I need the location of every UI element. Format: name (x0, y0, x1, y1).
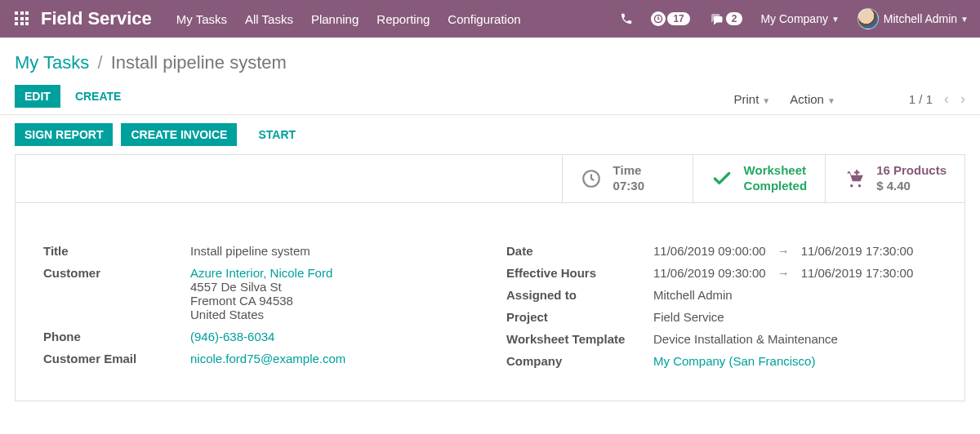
action-label: Action (790, 92, 824, 106)
label-customer: Customer (43, 266, 190, 280)
label-project: Project (506, 310, 653, 324)
phone-icon (620, 12, 633, 25)
status-action-bar: SIGN REPORT CREATE INVOICE START (0, 114, 980, 154)
start-button[interactable]: START (255, 123, 299, 146)
clock-icon (581, 168, 602, 189)
pager-next[interactable]: › (960, 91, 965, 108)
customer-address-line3: United States (190, 308, 474, 321)
company-name: My Company (760, 12, 827, 25)
toolbar-dropdowns: Print▼ Action▼ (733, 92, 835, 106)
breadcrumb-root[interactable]: My Tasks (15, 52, 89, 73)
customer-address-line1: 4557 De Silva St (190, 280, 474, 294)
menu-all-tasks[interactable]: All Tasks (245, 12, 293, 26)
phone-button[interactable] (620, 12, 633, 25)
apps-launcher[interactable] (11, 8, 33, 29)
user-name: Mitchell Admin (884, 12, 957, 25)
label-assigned: Assigned to (506, 288, 653, 302)
print-label: Print (733, 92, 759, 106)
label-title: Title (43, 244, 190, 258)
chevron-down-icon: ▼ (762, 96, 770, 105)
chat-icon (708, 11, 724, 26)
stat-products-line1: 16 Products (876, 163, 947, 179)
create-invoice-button[interactable]: CREATE INVOICE (121, 123, 237, 146)
label-date: Date (506, 244, 653, 258)
chevron-down-icon: ▼ (831, 15, 840, 24)
breadcrumb-separator: / (97, 52, 102, 73)
value-title: Install pipeline system (190, 244, 474, 258)
value-project: Field Service (653, 310, 937, 324)
arrow-right-icon: → (777, 266, 790, 280)
breadcrumb-current: Install pipeline system (111, 52, 287, 73)
stat-worksheet-line1: Worksheet (744, 163, 808, 179)
customer-link[interactable]: Azure Interior, Nicole Ford (190, 266, 474, 280)
eff-from: 11/06/2019 09:30:00 (653, 266, 766, 280)
top-navbar: Field Service My Tasks All Tasks Plannin… (0, 0, 980, 38)
svg-point-2 (850, 184, 853, 187)
company-switcher[interactable]: My Company ▼ (760, 12, 839, 25)
action-dropdown[interactable]: Action▼ (790, 92, 835, 106)
stat-time[interactable]: Time 07:30 (562, 155, 693, 202)
user-menu[interactable]: Mitchell Admin ▼ (858, 8, 969, 29)
svg-point-3 (858, 184, 861, 187)
date-from: 11/06/2019 09:00:00 (653, 244, 766, 258)
menu-configuration[interactable]: Configuration (448, 12, 520, 26)
label-company: Company (506, 354, 653, 368)
control-row: My Tasks / Install pipeline system EDIT … (0, 38, 980, 114)
apps-grid-icon (15, 11, 29, 26)
breadcrumb: My Tasks / Install pipeline system (15, 52, 287, 73)
print-dropdown[interactable]: Print▼ (733, 92, 770, 106)
customer-address-line2: Fremont CA 94538 (190, 294, 474, 308)
stat-time-value: 07:30 (613, 179, 644, 194)
pager: 1 / 1 ‹ › (909, 91, 965, 108)
form-body: Title Install pipeline system Customer A… (16, 203, 964, 401)
app-title[interactable]: Field Service (41, 8, 152, 29)
value-assigned: Mitchell Admin (653, 288, 937, 302)
value-template: Device Installation & Maintenance (653, 332, 937, 346)
company-link[interactable]: My Company (San Francisco) (653, 354, 937, 368)
email-link[interactable]: nicole.ford75@example.com (190, 352, 474, 365)
label-template: Worksheet Template (506, 332, 653, 346)
pager-text: 1 / 1 (909, 92, 933, 106)
stat-buttons: Time 07:30 Worksheet Completed 16 Prod (16, 155, 964, 203)
messages-button[interactable]: 2 (708, 11, 743, 26)
label-email: Customer Email (43, 352, 190, 365)
label-effective-hours: Effective Hours (506, 266, 653, 280)
eff-to: 11/06/2019 17:30:00 (801, 266, 914, 280)
menu-my-tasks[interactable]: My Tasks (176, 12, 227, 26)
date-to: 11/06/2019 17:30:00 (801, 244, 914, 258)
menu-reporting[interactable]: Reporting (376, 12, 430, 26)
svg-rect-5 (854, 171, 860, 173)
form-col-right: Date 11/06/2019 09:00:00 → 11/06/2019 17… (506, 244, 937, 376)
activities-badge: 17 (667, 12, 689, 25)
stat-time-label: Time (613, 163, 644, 179)
label-phone: Phone (43, 330, 190, 343)
arrow-right-icon: → (777, 244, 790, 258)
main-menu: My Tasks All Tasks Planning Reporting Co… (176, 12, 521, 26)
stat-products-line2: $ 4.40 (876, 179, 947, 194)
stat-products[interactable]: 16 Products $ 4.40 (825, 155, 964, 202)
avatar (858, 8, 879, 29)
activities-button[interactable]: 17 (651, 11, 689, 26)
clock-icon (651, 11, 666, 26)
edit-button[interactable]: EDIT (15, 85, 60, 108)
pager-prev[interactable]: ‹ (944, 91, 949, 108)
nav-right: 17 2 My Company ▼ Mitchell Admin ▼ (620, 8, 969, 29)
phone-link[interactable]: (946)-638-6034 (190, 330, 474, 343)
stat-worksheet-line2: Completed (744, 179, 808, 194)
check-icon (711, 168, 733, 189)
form-col-left: Title Install pipeline system Customer A… (43, 244, 474, 376)
messages-badge: 2 (726, 12, 743, 25)
cart-plus-icon (844, 168, 865, 189)
chevron-down-icon: ▼ (827, 96, 835, 105)
create-button[interactable]: CREATE (72, 85, 125, 108)
sign-report-button[interactable]: SIGN REPORT (15, 123, 113, 146)
form-sheet: Time 07:30 Worksheet Completed 16 Prod (15, 154, 965, 401)
stat-worksheet[interactable]: Worksheet Completed (693, 155, 826, 202)
menu-planning[interactable]: Planning (311, 12, 359, 26)
chevron-down-icon: ▼ (960, 15, 969, 24)
